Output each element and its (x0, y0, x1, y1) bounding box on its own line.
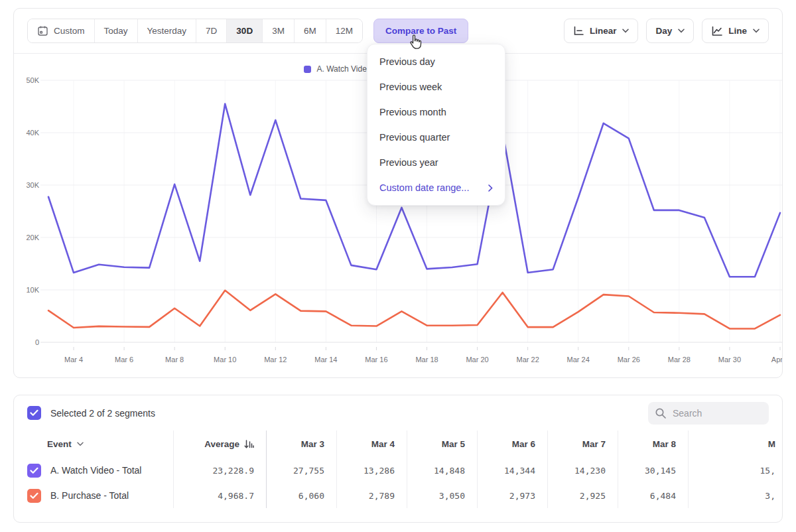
chevron-down-icon (678, 29, 685, 33)
cell-mar5: 14,848 (407, 458, 477, 483)
svg-text:0: 0 (35, 338, 39, 346)
svg-text:Mar 26: Mar 26 (618, 356, 640, 364)
chevron-down-icon (622, 29, 629, 33)
column-header-mar8[interactable]: Mar 8 (618, 431, 688, 458)
cell-mar9-clipped: 15, (688, 458, 783, 483)
column-header-mar9-clipped[interactable]: M (688, 431, 783, 458)
compare-to-past-button[interactable]: Compare to Past (373, 19, 468, 43)
svg-text:Mar 28: Mar 28 (668, 356, 691, 364)
cell-mar4: 2,789 (336, 483, 407, 508)
column-header-average[interactable]: Average (173, 431, 266, 458)
svg-text:Apr 1: Apr 1 (771, 356, 782, 364)
segment-name: A. Watch Video - Total (50, 465, 141, 476)
column-header-mar7[interactable]: Mar 7 (547, 431, 618, 458)
date-range-12m-button[interactable]: 12M (326, 19, 362, 42)
column-header-mar4[interactable]: Mar 4 (336, 431, 407, 458)
menu-item-previous-month[interactable]: Previous month (367, 100, 505, 125)
column-header-mar5[interactable]: Mar 5 (407, 431, 477, 458)
check-icon (30, 409, 38, 417)
chevron-down-icon (77, 442, 84, 446)
search-icon (655, 407, 667, 419)
menu-item-previous-day[interactable]: Previous day (367, 49, 505, 74)
date-range-today-button[interactable]: Today (94, 19, 137, 42)
date-range-6m-button[interactable]: 6M (294, 19, 326, 42)
linear-axis-icon (573, 26, 584, 36)
chevron-right-icon (488, 184, 493, 192)
check-icon (30, 492, 38, 499)
svg-text:20K: 20K (26, 233, 39, 241)
date-range-7d-button[interactable]: 7D (196, 19, 226, 42)
menu-item-custom-date-range[interactable]: Custom date range... (367, 175, 505, 200)
svg-text:30K: 30K (26, 181, 39, 189)
svg-text:Mar 10: Mar 10 (214, 356, 236, 364)
cell-mar5: 3,050 (407, 483, 477, 508)
selected-segments-label: Selected 2 of 2 segments (50, 408, 155, 419)
sort-descending-icon (244, 439, 254, 449)
segments-table: Event Average Mar 3 Mar 4 Mar 5 Mar 6 Ma… (14, 431, 782, 508)
cell-mar4: 13,286 (336, 458, 407, 483)
menu-item-previous-week[interactable]: Previous week (367, 74, 505, 100)
interval-dropdown[interactable]: Day (646, 19, 694, 43)
date-range-yesterday-button[interactable]: Yesterday (137, 19, 196, 42)
chart-options-group: Linear Day Line (564, 19, 769, 43)
cell-mar8: 6,484 (618, 483, 688, 508)
search-box[interactable] (648, 402, 769, 425)
calendar-icon (37, 25, 48, 36)
scale-dropdown[interactable]: Linear (564, 19, 639, 43)
segments-header-bar: Selected 2 of 2 segments (14, 395, 782, 431)
column-header-event[interactable]: Event (14, 431, 173, 458)
svg-text:Mar 14: Mar 14 (314, 356, 337, 364)
svg-text:40K: 40K (26, 129, 39, 137)
svg-text:50K: 50K (26, 76, 39, 84)
date-range-30d-button[interactable]: 30D (226, 19, 262, 42)
table-row-watch-video-label: A. Watch Video - Total (14, 458, 173, 483)
cell-mar7: 2,925 (547, 483, 618, 508)
compare-to-past-menu: Previous day Previous week Previous mont… (367, 44, 505, 206)
date-range-3m-button[interactable]: 3M (262, 19, 294, 42)
svg-text:Mar 22: Mar 22 (517, 356, 539, 364)
svg-text:Mar 24: Mar 24 (567, 356, 590, 364)
cell-average: 23,228.9 (173, 458, 266, 483)
svg-text:Mar 12: Mar 12 (264, 356, 287, 364)
svg-text:Mar 8: Mar 8 (165, 356, 184, 364)
svg-text:10K: 10K (26, 286, 39, 294)
date-range-label: Custom (54, 26, 85, 36)
svg-text:Mar 20: Mar 20 (466, 356, 488, 364)
check-icon (30, 467, 38, 474)
row-checkbox[interactable] (27, 489, 41, 503)
svg-text:Mar 16: Mar 16 (365, 356, 387, 364)
column-header-mar3[interactable]: Mar 3 (266, 431, 336, 458)
svg-text:Mar 6: Mar 6 (115, 356, 133, 364)
search-input[interactable] (673, 408, 752, 419)
segment-name: B. Purchase - Total (50, 490, 129, 501)
cell-mar8: 30,145 (618, 458, 688, 483)
line-chart-icon (711, 26, 722, 36)
cell-mar6: 14,344 (477, 458, 547, 483)
cell-mar6: 2,973 (477, 483, 547, 508)
cell-average: 4,968.7 (173, 483, 266, 508)
cell-mar3: 27,755 (266, 458, 336, 483)
svg-text:Mar 18: Mar 18 (415, 356, 438, 364)
cell-mar9-clipped: 3, (688, 483, 783, 508)
row-checkbox[interactable] (27, 464, 41, 478)
menu-item-previous-year[interactable]: Previous year (367, 150, 505, 175)
menu-item-previous-quarter[interactable]: Previous quarter (367, 125, 505, 150)
date-range-selector: Custom Today Yesterday 7D 30D 3M 6M 12M (27, 19, 363, 43)
table-row-purchase-label: B. Purchase - Total (14, 483, 173, 508)
cell-mar7: 14,230 (547, 458, 618, 483)
legend-swatch (304, 66, 311, 73)
select-all-checkbox[interactable] (27, 406, 41, 420)
svg-text:Mar 30: Mar 30 (718, 356, 741, 364)
segments-table-card: Selected 2 of 2 segments Event Average (13, 395, 783, 523)
column-header-mar6[interactable]: Mar 6 (477, 431, 547, 458)
chart-type-dropdown[interactable]: Line (702, 19, 769, 43)
date-range-custom-button[interactable]: Custom (28, 19, 94, 42)
svg-text:Mar 4: Mar 4 (64, 356, 83, 364)
chevron-down-icon (753, 29, 760, 33)
cell-mar3: 6,060 (266, 483, 336, 508)
